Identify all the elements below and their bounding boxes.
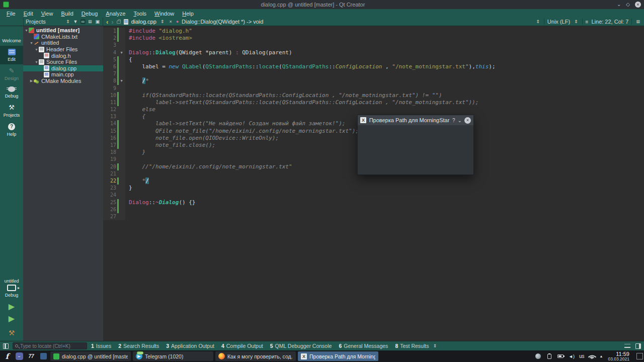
cpp-file-icon	[44, 65, 49, 71]
app-icon[interactable]: 77	[26, 352, 36, 361]
cursor-position[interactable]: Line: 22, Col: 7	[591, 19, 628, 25]
pane-dropdown-icon[interactable]: ⇕	[65, 19, 71, 24]
output-pane-qml-debugger-console[interactable]: 5QML Debugger Console	[270, 343, 332, 349]
menu-view[interactable]: View	[38, 10, 57, 17]
line-ending-selector[interactable]: Unix (LF)	[547, 19, 570, 25]
close-document-icon[interactable]: ×	[168, 19, 173, 24]
dialog-close-icon[interactable]: ×	[464, 117, 471, 124]
tree-item-header-files[interactable]: ▼Header Files	[23, 46, 103, 53]
output-pane-application-output[interactable]: 3Application Output	[166, 343, 214, 349]
tree-item-untitled[interactable]: ▼untitled	[23, 40, 103, 46]
code-line: 2#include <iostream>	[103, 35, 644, 42]
link-with-editor-icon[interactable]: ∞	[80, 19, 86, 24]
output-pane-general-messages[interactable]: 6General Messages	[339, 343, 388, 349]
tree-item-label: dialog.h	[51, 53, 71, 59]
gutter: 18	[103, 149, 125, 156]
output-pane-compile-output[interactable]: 4Compile Output	[221, 343, 263, 349]
toggle-left-sidebar-icon[interactable]	[3, 343, 9, 349]
split-editor-icon[interactable]: ⊞	[635, 19, 641, 24]
mode-edit[interactable]: Edit	[0, 46, 23, 64]
taskbar-window-button[interactable]: dialog.cpp @ untitled [maste...	[50, 351, 131, 361]
projects-pane-selector[interactable]: Projects	[26, 19, 63, 25]
tree-item-dialog-h[interactable]: dialog.h	[23, 52, 103, 59]
tree-item-cmakelists-txt[interactable]: CMakeLists.txt	[23, 34, 103, 40]
weather-tray-icon[interactable]	[535, 353, 542, 360]
fold-icon[interactable]: ▼	[119, 77, 124, 84]
encoding-dropdown-icon[interactable]: ⇕	[535, 19, 541, 24]
back-icon[interactable]: ‹	[106, 18, 108, 26]
volume-tray-icon[interactable]: ◄)	[568, 353, 575, 360]
taskbar-window-button[interactable]: Как я могу проверить, сод...	[215, 351, 296, 361]
mode-debug[interactable]: Debug	[0, 83, 23, 101]
show-desktop-button[interactable]	[636, 353, 643, 359]
run-button[interactable]: ▶	[0, 303, 23, 311]
mode-label: Debug	[5, 94, 19, 99]
line-ending-dropdown-icon[interactable]: ⇕	[573, 19, 579, 24]
dialog-titlebar[interactable]: X Проверка Path для MorningStar ? ⌄ ×	[358, 115, 473, 125]
split-pane-icon[interactable]: ⊞	[87, 19, 93, 24]
mode-help[interactable]: ?Help	[0, 120, 23, 139]
window-titlebar[interactable]: dialog.cpp @ untitled [master] - Qt Crea…	[0, 0, 644, 9]
fold-column	[119, 163, 124, 170]
mode-welcome[interactable]: Welcome	[0, 26, 23, 46]
app-icon-2[interactable]	[38, 352, 48, 361]
close-pane-icon[interactable]: ▣	[94, 19, 101, 24]
gutter: 13	[103, 113, 125, 120]
output-pane-search-results[interactable]: 2Search Results	[118, 343, 159, 349]
filter-icon[interactable]: ▼	[72, 19, 79, 24]
discord-icon[interactable]: ⌣	[14, 352, 24, 361]
taskbar-window-button[interactable]: XПроверка Path для Morning...	[298, 351, 378, 361]
help-icon[interactable]: ?	[452, 118, 455, 123]
keyboard-layout[interactable]: us	[579, 353, 585, 359]
clipboard-tray-icon[interactable]	[546, 353, 553, 360]
maximize-icon[interactable]: ◇	[626, 2, 630, 8]
chevron-right-icon[interactable]: ▶	[29, 79, 34, 83]
locator-input[interactable]: Type to locate (Ctrl+K)	[13, 342, 87, 349]
clock[interactable]: 11:59 03.03.2021	[608, 351, 629, 361]
minimize-icon[interactable]: ⌄	[617, 2, 621, 8]
menu-debug[interactable]: Debug	[78, 10, 101, 17]
chevron-down-icon[interactable]: ▼	[34, 48, 39, 51]
mode-label: Help	[7, 132, 17, 137]
menu-build[interactable]: Build	[57, 10, 76, 17]
tree-item-source-files[interactable]: ▼Source Files	[23, 59, 103, 65]
document-dropdown-icon[interactable]: ⇕	[159, 19, 166, 24]
kit-selector-icon[interactable]	[7, 285, 16, 291]
close-icon[interactable]: ×	[635, 2, 641, 8]
forward-icon[interactable]: ›	[111, 18, 113, 26]
debug-run-button[interactable]: ▶	[0, 315, 23, 323]
tray-expand-icon[interactable]: ▲	[600, 354, 603, 358]
menubar: FileEditViewBuildDebugAnalyzeToolsWindow…	[0, 9, 644, 18]
qtcreator-icon	[3, 2, 9, 8]
menu-help[interactable]: Help	[179, 10, 197, 17]
tree-item-untitled-master-[interactable]: ▼untitled [master]	[23, 27, 103, 34]
menu-file[interactable]: File	[3, 10, 19, 17]
chevron-down-icon[interactable]: ▼	[24, 29, 29, 32]
edit-icon	[8, 49, 16, 55]
menu-window[interactable]: Window	[151, 10, 178, 17]
battery-tray-icon[interactable]	[557, 353, 564, 360]
shade-icon[interactable]: ⌄	[458, 118, 462, 123]
code-editor[interactable]: 1#include "dialog.h"2#include <iostream>…	[103, 26, 644, 341]
mode-projects[interactable]: ⚒Projects	[0, 101, 23, 120]
menu-analyze[interactable]: Analyze	[102, 10, 129, 17]
pane-updown-icon[interactable]: ⇕	[433, 343, 437, 348]
wifi-tray-icon[interactable]	[589, 353, 596, 360]
tree-item-dialog-cpp[interactable]: dialog.cpp	[23, 65, 103, 72]
fedora-menu-icon[interactable]: f	[2, 352, 12, 361]
fold-icon[interactable]: ▼	[119, 49, 124, 56]
toggle-right-sidebar-icon[interactable]	[635, 343, 641, 349]
open-document-selector[interactable]: dialog.cpp	[131, 19, 156, 25]
taskbar-window-button[interactable]: 1020Telegram (1020)	[133, 351, 213, 361]
minimize-output-icon[interactable]	[624, 344, 630, 348]
chevron-down-icon[interactable]: ▼	[34, 60, 39, 64]
tree-item-main-cpp[interactable]: main.cpp	[23, 71, 103, 78]
menu-edit[interactable]: Edit	[20, 10, 37, 17]
build-button[interactable]: ⚒	[0, 329, 23, 337]
symbol-selector[interactable]: Dialog::Dialog(QWidget *) -> void	[182, 19, 263, 25]
tree-item-cmake-modules[interactable]: ▶CMake Modules	[23, 78, 103, 84]
output-pane-issues[interactable]: 1Issues	[91, 343, 111, 349]
menu-tools[interactable]: Tools	[130, 10, 150, 17]
chevron-down-icon[interactable]: ▼	[29, 41, 34, 45]
output-pane-test-results[interactable]: 8Test Results	[395, 343, 429, 349]
